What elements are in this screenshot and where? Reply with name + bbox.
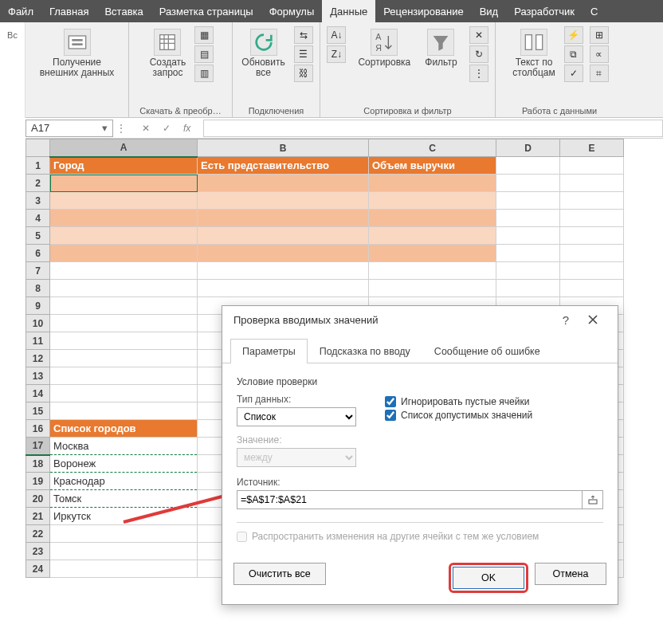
- fx-button[interactable]: fx: [178, 123, 195, 134]
- row-head[interactable]: 17: [26, 438, 50, 455]
- cell-a18[interactable]: Воронеж: [50, 455, 198, 473]
- row-head[interactable]: 24: [26, 560, 50, 578]
- range-selector-button[interactable]: [583, 490, 603, 509]
- cell-d1[interactable]: [496, 157, 560, 175]
- in-cell-dropdown-checkbox[interactable]: [385, 410, 396, 421]
- row-head[interactable]: 14: [26, 385, 50, 402]
- text-to-columns-button[interactable]: Текст по столбцам: [509, 26, 558, 81]
- cell-b2[interactable]: [198, 175, 369, 192]
- cell-a21[interactable]: Иркутск: [50, 508, 198, 525]
- accept-formula-button[interactable]: ✓: [158, 123, 175, 134]
- edit-links-button[interactable]: ⛓: [294, 65, 313, 82]
- recent-sources-button[interactable]: ▥: [194, 65, 214, 82]
- row-head[interactable]: 8: [26, 280, 50, 297]
- cell-a16[interactable]: Список городов: [50, 420, 198, 438]
- clear-all-button[interactable]: Очистить все: [233, 563, 326, 585]
- row-head[interactable]: 23: [26, 543, 50, 560]
- row-head[interactable]: 4: [26, 210, 50, 227]
- flash-fill-button[interactable]: ⚡: [564, 26, 583, 44]
- consolidate-button[interactable]: ⊞: [590, 26, 609, 44]
- cell-c1[interactable]: Объем выручки: [369, 157, 496, 175]
- dialog-close-button[interactable]: [579, 306, 606, 333]
- cell-a2[interactable]: [50, 175, 198, 192]
- tab-home[interactable]: Главная: [41, 0, 96, 22]
- ok-button[interactable]: OK: [453, 567, 524, 589]
- show-queries-button[interactable]: ▦: [194, 26, 214, 44]
- relationships-button[interactable]: ∝: [590, 45, 609, 63]
- manage-model-button[interactable]: ⌗: [590, 65, 609, 82]
- row-head[interactable]: 20: [26, 490, 50, 508]
- ignore-blank-checkbox[interactable]: [385, 396, 396, 407]
- from-table-button[interactable]: ▤: [194, 45, 214, 63]
- dialog-tab-error-message[interactable]: Сообщение об ошибке: [422, 339, 552, 363]
- tab-insert[interactable]: Вставка: [96, 0, 151, 22]
- row-head[interactable]: 2: [26, 175, 50, 192]
- row-head[interactable]: 9: [26, 297, 50, 315]
- row-head[interactable]: 11: [26, 332, 50, 350]
- row-head[interactable]: 21: [26, 508, 50, 525]
- new-query-button[interactable]: Создать запрос: [147, 26, 190, 81]
- col-head-a[interactable]: A: [50, 139, 198, 157]
- select-all-corner[interactable]: [26, 139, 50, 157]
- cell-a6[interactable]: [50, 245, 198, 262]
- cell-b1[interactable]: Есть представительство: [198, 157, 369, 175]
- cell-a20[interactable]: Томск: [50, 490, 198, 508]
- row-head[interactable]: 1: [26, 157, 50, 175]
- cell-a4[interactable]: [50, 210, 198, 227]
- tab-data[interactable]: Данные: [322, 0, 375, 22]
- cell-a19[interactable]: Краснодар: [50, 473, 198, 490]
- tab-view[interactable]: Вид: [472, 0, 507, 22]
- filter-button[interactable]: Фильтр: [422, 26, 460, 71]
- cell-a1[interactable]: Город: [50, 157, 198, 175]
- name-box-dropdown-icon[interactable]: ▾: [102, 122, 108, 134]
- tab-file[interactable]: Файл: [0, 0, 41, 22]
- cell-a3[interactable]: [50, 192, 198, 210]
- source-input[interactable]: [237, 490, 583, 509]
- sort-asc-button[interactable]: A↓: [327, 26, 346, 44]
- col-head-b[interactable]: B: [198, 139, 369, 157]
- connections-button[interactable]: ⇆: [294, 26, 313, 44]
- row-head[interactable]: 7: [26, 262, 50, 280]
- properties-button[interactable]: ☰: [294, 45, 313, 63]
- col-head-c[interactable]: C: [369, 139, 496, 157]
- tab-developer[interactable]: Разработчик: [506, 0, 583, 22]
- row-head[interactable]: 19: [26, 473, 50, 490]
- col-head-d[interactable]: D: [496, 139, 560, 157]
- name-box[interactable]: A17 ▾: [26, 120, 113, 137]
- cell-e1[interactable]: [560, 157, 624, 175]
- reapply-button[interactable]: ↻: [469, 45, 488, 63]
- sort-button[interactable]: AЯ Сортировка: [355, 26, 414, 71]
- tab-extra[interactable]: С: [583, 0, 606, 22]
- row-head[interactable]: 16: [26, 420, 50, 438]
- row-head[interactable]: 22: [26, 525, 50, 543]
- row-head[interactable]: 6: [26, 245, 50, 262]
- dialog-tab-input-hint[interactable]: Подсказка по вводу: [308, 339, 422, 363]
- tab-page-layout[interactable]: Разметка страницы: [151, 0, 261, 22]
- dialog-help-button[interactable]: ?: [552, 306, 579, 333]
- clear-filter-button[interactable]: ✕: [469, 26, 488, 44]
- cell-c2[interactable]: [369, 175, 496, 192]
- formula-input[interactable]: [203, 120, 663, 137]
- row-head[interactable]: 13: [26, 367, 50, 385]
- col-head-e[interactable]: E: [560, 139, 624, 157]
- get-external-data-button[interactable]: Получение внешних данных: [37, 26, 118, 81]
- allow-type-select[interactable]: Список: [237, 407, 356, 426]
- refresh-all-button[interactable]: Обновить все: [238, 26, 288, 81]
- data-validation-button[interactable]: ✓: [564, 65, 583, 82]
- cancel-formula-button[interactable]: ✕: [137, 123, 155, 134]
- tab-review[interactable]: Рецензирование: [375, 0, 471, 22]
- row-head[interactable]: 10: [26, 315, 50, 332]
- row-head[interactable]: 18: [26, 455, 50, 473]
- remove-dup-button[interactable]: ⧉: [564, 45, 583, 63]
- cancel-button[interactable]: Отмена: [535, 563, 606, 585]
- cell-a17[interactable]: Москва: [50, 438, 198, 455]
- dialog-tab-parameters[interactable]: Параметры: [230, 339, 308, 363]
- row-head[interactable]: 3: [26, 192, 50, 210]
- cell-a5[interactable]: [50, 227, 198, 245]
- tab-formulas[interactable]: Формулы: [261, 0, 323, 22]
- sort-desc-button[interactable]: Z↓: [327, 45, 346, 63]
- row-head[interactable]: 15: [26, 402, 50, 420]
- row-head[interactable]: 12: [26, 350, 50, 367]
- row-head[interactable]: 5: [26, 227, 50, 245]
- advanced-filter-button[interactable]: ⋮: [469, 65, 488, 82]
